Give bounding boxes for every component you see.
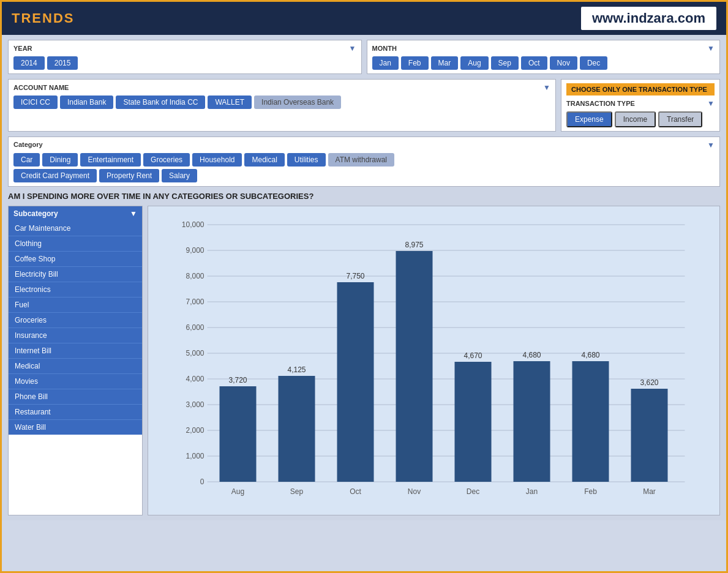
month-nov[interactable]: Nov [550, 56, 577, 70]
svg-text:Aug: Aug [231, 487, 244, 496]
cat-groceries[interactable]: Groceries [143, 153, 190, 167]
main-content: YEAR ▼ 2014 2015 MONTH ▼ Jan Feb Mar Aug… [2, 35, 726, 520]
month-jan[interactable]: Jan [372, 56, 399, 70]
trans-income[interactable]: Income [615, 111, 656, 127]
svg-text:5,000: 5,000 [186, 349, 204, 358]
subcategory-filter-icon[interactable]: ▼ [130, 209, 137, 218]
month-mar[interactable]: Mar [431, 56, 459, 70]
bar-chart: 10,000 9,000 8,000 7,000 6,000 5,000 4,0… [148, 206, 720, 515]
sub-groceries[interactable]: Groceries [9, 313, 142, 328]
transaction-filter: CHOOSE ONLY ONE TRANSACTION TYPE TRANSAC… [561, 79, 720, 132]
svg-text:3,720: 3,720 [228, 376, 247, 384]
account-sbi-cc[interactable]: State Bank of India CC [116, 96, 205, 109]
sub-fuel[interactable]: Fuel [9, 298, 142, 313]
bar-oct [337, 282, 374, 482]
cat-household[interactable]: Household [192, 153, 242, 167]
transaction-alert: CHOOSE ONLY ONE TRANSACTION TYPE [566, 83, 715, 96]
account-filter-icon[interactable]: ▼ [543, 83, 550, 92]
month-dec[interactable]: Dec [580, 56, 607, 70]
category-chips-row2: Credit Card Payment Property Rent Salary [13, 169, 715, 182]
month-filter: MONTH ▼ Jan Feb Mar Aug Sep Oct Nov Dec [367, 40, 721, 74]
svg-text:3,620: 3,620 [640, 378, 658, 387]
bar-sep [279, 376, 315, 482]
svg-text:4,680: 4,680 [581, 351, 599, 359]
svg-text:8,975: 8,975 [405, 241, 423, 249]
trans-transfer[interactable]: Transfer [658, 111, 702, 127]
bar-mar [631, 389, 668, 482]
cat-car[interactable]: Car [13, 153, 40, 167]
svg-text:Jan: Jan [526, 487, 538, 496]
account-transaction-row: ACCOUNT NAME ▼ ICICI CC Indian Bank Stat… [8, 79, 720, 132]
trans-expense[interactable]: Expense [566, 111, 612, 127]
sub-water-bill[interactable]: Water Bill [9, 420, 142, 435]
app-header: TRENDS www.indzara.com [2, 2, 726, 35]
month-oct[interactable]: Oct [521, 56, 547, 70]
sub-coffee-shop[interactable]: Coffee Shop [9, 252, 142, 267]
year-filter-label: YEAR ▼ [13, 44, 356, 53]
svg-text:Feb: Feb [584, 487, 597, 496]
cat-credit-card[interactable]: Credit Card Payment [13, 169, 97, 182]
year-month-row: YEAR ▼ 2014 2015 MONTH ▼ Jan Feb Mar Aug… [8, 40, 720, 74]
svg-text:Mar: Mar [643, 487, 656, 496]
month-sep[interactable]: Sep [491, 56, 519, 70]
subcategory-list[interactable]: Car Maintenance Clothing Coffee Shop Ele… [9, 221, 142, 515]
year-filter: YEAR ▼ 2014 2015 [8, 40, 362, 74]
bar-nov [396, 251, 433, 482]
chart-area: Subcategory ▼ Car Maintenance Clothing C… [8, 206, 720, 515]
svg-text:7,000: 7,000 [186, 298, 204, 306]
cat-dining[interactable]: Dining [42, 153, 78, 167]
cat-entertainment[interactable]: Entertainment [80, 153, 141, 167]
cat-medical[interactable]: Medical [244, 153, 284, 167]
month-filter-label: MONTH ▼ [372, 44, 715, 53]
sub-phone-bill[interactable]: Phone Bill [9, 389, 142, 405]
month-feb[interactable]: Feb [401, 56, 429, 70]
transaction-filter-icon[interactable]: ▼ [707, 99, 715, 108]
cat-property-rent[interactable]: Property Rent [99, 169, 159, 182]
svg-text:Oct: Oct [350, 487, 361, 496]
bar-jan [514, 361, 550, 482]
subcategory-header: Subcategory ▼ [9, 206, 142, 221]
cat-utilities[interactable]: Utilities [287, 153, 326, 167]
sub-restaurant[interactable]: Restaurant [9, 405, 142, 420]
svg-text:4,680: 4,680 [522, 351, 541, 359]
sub-medical[interactable]: Medical [9, 359, 142, 374]
transaction-type-label: TRANSACTION TYPE ▼ [566, 99, 715, 108]
year-chip-2015[interactable]: 2015 [47, 56, 78, 70]
app-title: TRENDS [12, 10, 74, 26]
account-indian-bank[interactable]: Indian Bank [60, 96, 113, 109]
sub-clothing[interactable]: Clothing [9, 236, 142, 252]
year-filter-icon[interactable]: ▼ [349, 44, 356, 53]
year-chip-2014[interactable]: 2014 [13, 56, 45, 70]
account-iob[interactable]: Indian Overseas Bank [254, 96, 341, 109]
svg-text:4,670: 4,670 [463, 351, 482, 360]
sub-car-maintenance[interactable]: Car Maintenance [9, 221, 142, 236]
account-chips: ICICI CC Indian Bank State Bank of India… [13, 96, 550, 109]
transaction-type-chips: Expense Income Transfer [566, 111, 715, 127]
cat-atm[interactable]: ATM withdrawal [328, 153, 394, 167]
sub-electricity-bill[interactable]: Electricity Bill [9, 267, 142, 282]
chart-svg: 10,000 9,000 8,000 7,000 6,000 5,000 4,0… [154, 212, 713, 506]
year-chips: 2014 2015 [13, 56, 356, 70]
month-chips: Jan Feb Mar Aug Sep Oct Nov Dec [372, 56, 715, 70]
svg-text:Nov: Nov [408, 487, 421, 496]
account-icici[interactable]: ICICI CC [13, 96, 58, 109]
sub-insurance[interactable]: Insurance [9, 328, 142, 343]
sub-internet-bill[interactable]: Internet Bill [9, 343, 142, 359]
account-wallet[interactable]: WALLET [208, 96, 252, 109]
svg-text:3,000: 3,000 [186, 400, 204, 409]
svg-text:7,750: 7,750 [346, 272, 364, 280]
svg-text:Sep: Sep [290, 487, 304, 496]
sub-electronics[interactable]: Electronics [9, 282, 142, 298]
subcategory-panel: Subcategory ▼ Car Maintenance Clothing C… [8, 206, 143, 515]
sub-movies[interactable]: Movies [9, 374, 142, 389]
category-chips-row1: Car Dining Entertainment Groceries House… [13, 153, 715, 167]
month-filter-icon[interactable]: ▼ [707, 44, 715, 53]
svg-text:6,000: 6,000 [186, 323, 204, 332]
svg-text:8,000: 8,000 [186, 272, 204, 280]
cat-salary[interactable]: Salary [162, 169, 197, 182]
bar-dec [455, 362, 492, 482]
month-aug[interactable]: Aug [460, 56, 488, 70]
website-url: www.indzara.com [581, 7, 716, 30]
category-filter-icon[interactable]: ▼ [707, 141, 715, 149]
svg-text:4,125: 4,125 [287, 365, 306, 374]
